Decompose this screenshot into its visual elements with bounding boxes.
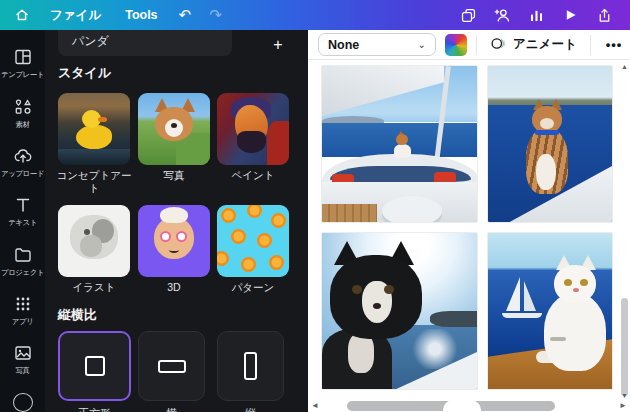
top-bar: ファイル Tools ↶ ↷: [0, 0, 630, 30]
redo-button[interactable]: ↷: [202, 4, 229, 26]
canva-editor: ファイル Tools ↶ ↷: [0, 0, 630, 412]
generated-image-black-white-cat-closeup[interactable]: [321, 232, 478, 390]
landscape-shape-icon: [158, 360, 186, 373]
sidebar-item-partial-icon[interactable]: [13, 393, 33, 412]
text-icon: [13, 195, 33, 215]
styles-heading: スタイル: [58, 64, 111, 82]
animate-circles-icon: [490, 35, 507, 55]
effect-dropdown[interactable]: None ⌄: [318, 33, 436, 56]
color-picker-chip[interactable]: [445, 34, 467, 56]
sidebar-item-label: テンプレート: [1, 70, 44, 80]
square-shape-icon: [85, 356, 105, 376]
top-bar-right: [454, 3, 630, 27]
ratio-label-square: 正方形: [58, 406, 131, 412]
sidebar-item-label: アプリ: [12, 317, 34, 327]
add-people-icon[interactable]: [488, 3, 516, 27]
elements-icon: [13, 97, 33, 117]
sidebar-item-elements[interactable]: 素材: [0, 88, 45, 137]
scroll-up-arrow[interactable]: ▲: [620, 62, 629, 71]
ratio-option-square[interactable]: [58, 331, 131, 401]
sidebar-item-label: 写真: [16, 366, 30, 376]
tools-menu-button[interactable]: Tools: [115, 4, 167, 26]
style-option-pattern[interactable]: [217, 205, 289, 277]
undo-button[interactable]: ↶: [172, 4, 199, 26]
prompt-suggestion-panda[interactable]: パンダ: [58, 30, 232, 56]
sidebar-item-apps[interactable]: アプリ: [0, 286, 45, 335]
generated-image-cat-on-boat-deck[interactable]: [321, 65, 478, 223]
page-bar-handle[interactable]: [443, 400, 481, 412]
sidebar-item-uploads[interactable]: アップロード: [0, 138, 45, 187]
animate-button[interactable]: アニメート: [486, 32, 581, 58]
scroll-right-arrow[interactable]: ►: [618, 400, 628, 411]
style-panel: パンダ + スタイル: [45, 30, 308, 412]
apps-grid-icon: [13, 294, 33, 314]
ratio-heading: 縦横比: [58, 306, 97, 324]
chart-insights-icon[interactable]: [522, 3, 550, 27]
sidebar-item-projects[interactable]: プロジェクト: [0, 237, 45, 286]
more-options-button[interactable]: •••: [600, 35, 629, 54]
ratio-label-landscape: 横: [138, 406, 205, 412]
style-option-paint[interactable]: [217, 93, 289, 165]
template-icon: [13, 47, 33, 67]
portrait-shape-icon: [244, 352, 257, 380]
vertical-scroll-thumb[interactable]: [621, 298, 628, 396]
toolbar-divider: [476, 35, 477, 55]
sidebar-item-label: アップロード: [1, 169, 44, 179]
style-option-photo[interactable]: [138, 93, 210, 165]
top-bar-left: ファイル Tools ↶ ↷: [0, 3, 229, 28]
pattern-art: [221, 208, 236, 223]
generated-image-white-cat-illustration[interactable]: [487, 232, 613, 390]
generated-image-tabby-cat-on-bow[interactable]: [487, 65, 613, 223]
effect-dropdown-value: None: [328, 38, 359, 52]
style-label-paint: ペイント: [213, 169, 293, 182]
sidebar-item-label: プロジェクト: [1, 268, 44, 278]
horizontal-scrollbar: ◄ ►: [308, 399, 630, 412]
animate-label: アニメート: [513, 36, 577, 53]
style-option-illustration[interactable]: [58, 205, 130, 277]
style-label-illustration: イラスト: [54, 281, 134, 294]
style-option-concept-art[interactable]: [58, 93, 130, 165]
photo-icon: [13, 343, 33, 363]
style-option-3d[interactable]: [138, 205, 210, 277]
sidebar-item-photos[interactable]: 写真: [0, 335, 45, 384]
canvas-area: None ⌄ アニメート •••: [308, 30, 630, 412]
style-label-concept-art: コンセプトアート: [54, 169, 134, 195]
present-play-icon[interactable]: [556, 3, 584, 27]
side-rail: テンプレート 素材 アップロード: [0, 30, 45, 412]
paint-art: [267, 121, 289, 165]
upload-cloud-icon: [13, 146, 33, 166]
toolbar-divider: [590, 35, 591, 55]
ratio-option-portrait[interactable]: [217, 331, 284, 401]
home-icon[interactable]: [8, 3, 36, 27]
style-label-pattern: パターン: [213, 281, 293, 294]
sidebar-item-templates[interactable]: テンプレート: [0, 39, 45, 88]
style-label-3d: 3D: [134, 281, 214, 294]
ratio-option-landscape[interactable]: [138, 331, 205, 401]
scroll-left-arrow[interactable]: ◄: [310, 400, 320, 411]
folder-icon: [13, 245, 33, 265]
context-toolbar: None ⌄ アニメート •••: [308, 30, 630, 60]
suggestion-label: パンダ: [72, 33, 109, 50]
style-label-photo: 写真: [134, 169, 214, 182]
sidebar-item-label: 素材: [16, 120, 30, 130]
add-suggestion-button[interactable]: +: [268, 35, 288, 55]
sidebar-item-label: テキスト: [8, 218, 37, 228]
pages-duplicate-icon[interactable]: [454, 3, 482, 27]
sidebar-item-text[interactable]: テキスト: [0, 187, 45, 236]
vertical-scrollbar: ▲ ▼: [620, 62, 629, 412]
share-export-icon[interactable]: [590, 3, 618, 27]
chevron-down-icon: ⌄: [418, 39, 426, 50]
file-menu-button[interactable]: ファイル: [40, 3, 111, 28]
ratio-label-portrait: 縦: [217, 406, 284, 412]
duck-art: [76, 125, 112, 149]
